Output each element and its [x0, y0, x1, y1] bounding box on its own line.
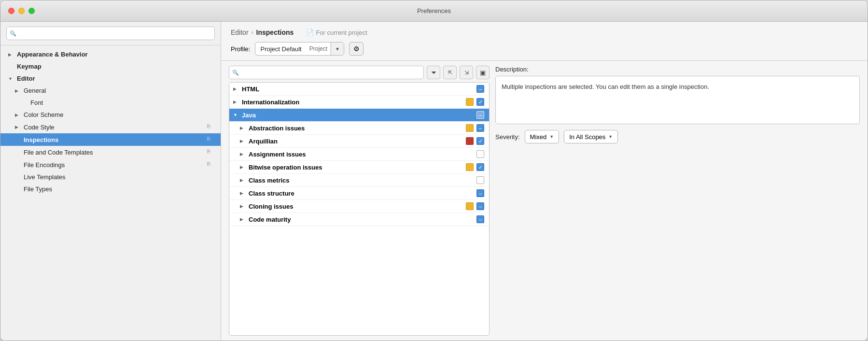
- breadcrumb-project: 📄 For current project: [306, 29, 367, 36]
- sidebar-item-file-encodings[interactable]: File Encodings ⎘: [0, 158, 221, 171]
- insp-checkbox-cloning[interactable]: –: [476, 202, 484, 210]
- copy-icon-file-code-templates: ⎘: [207, 148, 215, 156]
- inspection-search-wrap: 🔍: [229, 66, 424, 79]
- maximize-button[interactable]: [28, 8, 35, 14]
- sidebar-label-general: General: [24, 87, 215, 94]
- sidebar-tree: ▶ Appearance & Behavior Keymap ▼ Editor …: [0, 45, 221, 341]
- insp-row-class-structure[interactable]: ▶ Class structure –: [229, 187, 489, 200]
- insp-row-i18n[interactable]: ▶ Internationalization ✓: [229, 96, 489, 109]
- insp-arrow-java: ▼: [233, 113, 239, 117]
- expand-all-button[interactable]: ⇱: [443, 66, 457, 79]
- profile-dropdown[interactable]: Project Default Project ▼: [255, 42, 344, 56]
- insp-color-bitwise: [466, 163, 474, 171]
- insp-checkbox-arquillian[interactable]: ✓: [476, 137, 484, 145]
- sidebar-item-appearance[interactable]: ▶ Appearance & Behavior: [0, 48, 221, 60]
- insp-arrow-assignment: ▶: [240, 152, 246, 156]
- sidebar-item-font[interactable]: Font: [0, 97, 221, 109]
- copy-icon-code-style: ⎘: [207, 123, 215, 131]
- insp-label-class-metrics: Class metrics: [249, 177, 474, 184]
- severity-dropdown[interactable]: Mixed ▼: [525, 130, 560, 143]
- profile-dropdown-arrow[interactable]: ▼: [331, 43, 344, 55]
- collapse-all-button[interactable]: ⇲: [460, 66, 473, 79]
- insp-checkbox-class-metrics[interactable]: [476, 176, 484, 184]
- expand-all-icon: ⇱: [448, 70, 452, 76]
- sidebar-search-icon: 🔍: [10, 30, 16, 37]
- insp-row-cloning[interactable]: ▶ Cloning issues –: [229, 200, 489, 213]
- insp-checkbox-assignment[interactable]: [476, 150, 484, 158]
- profile-value: Project Default: [255, 45, 306, 53]
- filter-button[interactable]: ⏷: [427, 66, 440, 79]
- sidebar-label-appearance: Appearance & Behavior: [17, 51, 215, 58]
- main-header: Editor › Inspections 📄 For current proje…: [221, 22, 868, 61]
- sidebar-label-editor: Editor: [17, 75, 215, 82]
- insp-checkbox-java[interactable]: –: [476, 111, 484, 119]
- sidebar-search-input[interactable]: [6, 27, 215, 40]
- insp-arrow-html: ▶: [233, 86, 239, 91]
- inspection-body: 🔍 ⏷ ⇱ ⇲ ▣: [221, 61, 868, 341]
- insp-label-cloning: Cloning issues: [249, 203, 463, 210]
- traffic-lights: [8, 8, 35, 14]
- insp-checkbox-i18n[interactable]: ✓: [476, 98, 484, 106]
- insp-label-html: HTML: [242, 85, 474, 93]
- profile-tag: Project: [307, 43, 331, 55]
- sidebar-search-area: 🔍: [0, 22, 221, 45]
- insp-row-code-maturity[interactable]: ▶ Code maturity –: [229, 213, 489, 226]
- sidebar-item-code-style[interactable]: ▶ Code Style ⎘: [0, 121, 221, 133]
- sidebar-item-keymap[interactable]: Keymap: [0, 60, 221, 72]
- insp-row-java[interactable]: ▼ Java –: [229, 109, 489, 122]
- sidebar-label-font: Font: [30, 99, 215, 106]
- filter-icon: ⏷: [431, 69, 437, 76]
- sidebar-item-color-scheme[interactable]: ▶ Color Scheme: [0, 109, 221, 121]
- sidebar-item-live-templates[interactable]: Live Templates: [0, 171, 221, 183]
- insp-row-class-metrics[interactable]: ▶ Class metrics: [229, 174, 489, 187]
- profile-label: Profile:: [231, 45, 250, 53]
- sidebar: 🔍 ▶ Appearance & Behavior Keymap ▼ Edito…: [0, 22, 221, 341]
- insp-checkbox-class-structure[interactable]: –: [476, 189, 484, 197]
- insp-checkbox-abstraction[interactable]: –: [476, 124, 484, 132]
- gear-button[interactable]: ⚙: [349, 42, 364, 56]
- preferences-window: Preferences 🔍 ▶ Appearance & Behavior Ke…: [0, 0, 868, 341]
- sidebar-arrow-general: ▶: [15, 88, 21, 93]
- sidebar-search-wrap: 🔍: [6, 27, 215, 40]
- sidebar-item-general[interactable]: ▶ General: [0, 85, 221, 97]
- insp-checkbox-html[interactable]: –: [476, 85, 484, 93]
- inspection-toolbar: 🔍 ⏷ ⇱ ⇲ ▣: [229, 66, 490, 79]
- project-doc-icon: 📄: [306, 29, 314, 36]
- sidebar-arrow-color-scheme: ▶: [15, 113, 21, 117]
- insp-arrow-class-metrics: ▶: [240, 178, 246, 183]
- insp-row-html[interactable]: ▶ HTML –: [229, 83, 489, 96]
- inspection-search-input[interactable]: [229, 66, 424, 79]
- severity-dropdown-arrow: ▼: [549, 134, 554, 139]
- insp-color-i18n: [466, 98, 474, 106]
- insp-row-assignment[interactable]: ▶ Assignment issues: [229, 148, 489, 161]
- insp-checkbox-code-maturity[interactable]: –: [476, 215, 484, 223]
- inspection-list: ▶ HTML – ▶ Internationalization ✓: [229, 82, 490, 336]
- minimize-button[interactable]: [18, 8, 25, 14]
- sidebar-item-file-types[interactable]: File Types: [0, 183, 221, 195]
- insp-row-abstraction[interactable]: ▶ Abstraction issues –: [229, 122, 489, 135]
- sidebar-item-editor[interactable]: ▼ Editor: [0, 72, 221, 85]
- sidebar-item-inspections[interactable]: Inspections ⎘: [0, 133, 221, 146]
- scope-dropdown[interactable]: In All Scopes ▼: [564, 130, 618, 143]
- breadcrumb-sep: ›: [252, 29, 253, 36]
- scope-value: In All Scopes: [569, 133, 605, 141]
- breadcrumb-inspections: Inspections: [256, 28, 294, 36]
- insp-color-cloning: [466, 202, 474, 210]
- close-button[interactable]: [8, 8, 14, 14]
- insp-arrow-i18n: ▶: [233, 99, 239, 104]
- description-section: Description: Multiple inspections are se…: [495, 66, 860, 124]
- sidebar-label-live-templates: Live Templates: [24, 173, 215, 181]
- insp-row-arquillian[interactable]: ▶ Arquillian ✓: [229, 135, 489, 148]
- insp-label-bitwise: Bitwise operation issues: [249, 164, 463, 171]
- inspection-search-icon: 🔍: [232, 70, 239, 76]
- more-options-button[interactable]: ▣: [476, 66, 490, 79]
- sidebar-label-file-encodings: File Encodings: [24, 161, 204, 169]
- sidebar-arrow-code-style: ▶: [15, 125, 21, 129]
- insp-color-abstraction: [466, 124, 474, 132]
- sidebar-item-file-code-templates[interactable]: File and Code Templates ⎘: [0, 146, 221, 158]
- severity-row: Severity: Mixed ▼ In All Scopes ▼: [495, 130, 860, 143]
- insp-row-bitwise[interactable]: ▶ Bitwise operation issues ✓: [229, 161, 489, 174]
- insp-checkbox-bitwise[interactable]: ✓: [476, 163, 484, 171]
- insp-label-java: Java: [242, 112, 474, 119]
- main-panel: Editor › Inspections 📄 For current proje…: [221, 22, 868, 341]
